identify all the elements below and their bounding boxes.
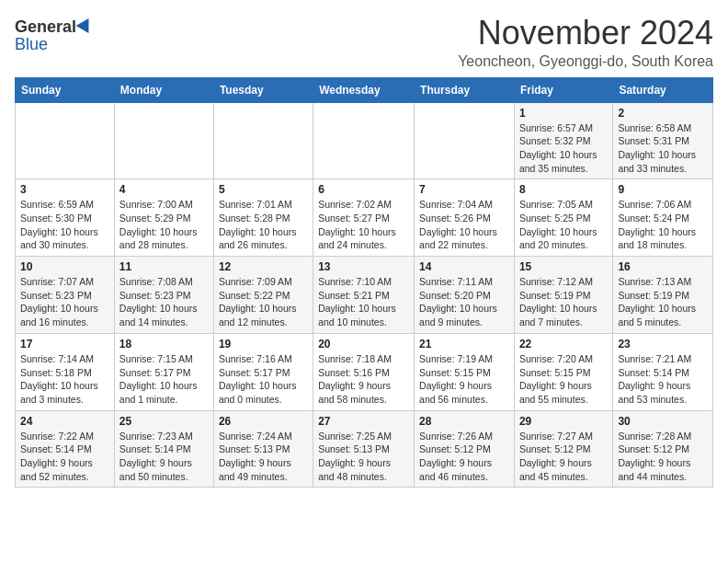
day-number: 13 xyxy=(318,260,409,273)
day-info: Sunrise: 7:06 AMSunset: 5:24 PMDaylight:… xyxy=(618,198,708,252)
calendar-cell: 11Sunrise: 7:08 AMSunset: 5:23 PMDayligh… xyxy=(114,257,213,334)
day-info: Sunrise: 7:28 AMSunset: 5:12 PMDaylight:… xyxy=(618,430,708,484)
calendar-cell: 30Sunrise: 7:28 AMSunset: 5:12 PMDayligh… xyxy=(613,410,713,488)
calendar-cell: 24Sunrise: 7:22 AMSunset: 5:14 PMDayligh… xyxy=(16,410,115,488)
calendar-cell: 16Sunrise: 7:13 AMSunset: 5:19 PMDayligh… xyxy=(613,257,713,334)
calendar-cell: 27Sunrise: 7:25 AMSunset: 5:13 PMDayligh… xyxy=(313,410,415,488)
day-info: Sunrise: 7:21 AMSunset: 5:14 PMDaylight:… xyxy=(618,352,708,407)
weekday-header: Thursday xyxy=(415,77,515,102)
weekday-header: Tuesday xyxy=(213,77,313,102)
day-info: Sunrise: 6:58 AMSunset: 5:31 PMDaylight:… xyxy=(618,121,708,176)
day-number: 11 xyxy=(119,260,209,273)
day-info: Sunrise: 7:10 AMSunset: 5:21 PMDaylight:… xyxy=(318,275,409,329)
day-number: 6 xyxy=(318,183,409,196)
day-number: 29 xyxy=(519,415,608,428)
calendar-cell xyxy=(114,102,213,179)
calendar-week-row: 3Sunrise: 6:59 AMSunset: 5:30 PMDaylight… xyxy=(16,179,713,257)
calendar-cell xyxy=(415,102,515,179)
weekday-header: Wednesday xyxy=(313,77,415,102)
day-number: 17 xyxy=(20,338,109,350)
day-number: 4 xyxy=(119,183,209,196)
day-number: 22 xyxy=(519,338,608,350)
calendar-cell: 12Sunrise: 7:09 AMSunset: 5:22 PMDayligh… xyxy=(213,257,313,334)
day-number: 26 xyxy=(219,415,308,428)
logo-triangle-icon xyxy=(76,15,96,33)
day-number: 3 xyxy=(20,183,109,196)
calendar-cell: 23Sunrise: 7:21 AMSunset: 5:14 PMDayligh… xyxy=(613,333,713,410)
weekday-header: Monday xyxy=(114,77,213,102)
day-number: 14 xyxy=(419,260,509,273)
day-info: Sunrise: 7:05 AMSunset: 5:25 PMDaylight:… xyxy=(519,198,608,252)
page-header: General Blue November 2024 Yeoncheon, Gy… xyxy=(15,15,713,70)
day-info: Sunrise: 7:20 AMSunset: 5:15 PMDaylight:… xyxy=(519,352,608,407)
day-number: 21 xyxy=(419,338,509,350)
day-info: Sunrise: 7:16 AMSunset: 5:17 PMDaylight:… xyxy=(219,352,308,407)
day-number: 16 xyxy=(618,260,708,273)
day-info: Sunrise: 7:18 AMSunset: 5:16 PMDaylight:… xyxy=(318,352,409,407)
calendar-cell: 19Sunrise: 7:16 AMSunset: 5:17 PMDayligh… xyxy=(213,333,313,410)
title-block: November 2024 Yeoncheon, Gyeonggi-do, So… xyxy=(458,15,713,70)
calendar-body: 1Sunrise: 6:57 AMSunset: 5:32 PMDaylight… xyxy=(16,102,713,488)
day-info: Sunrise: 7:19 AMSunset: 5:15 PMDaylight:… xyxy=(419,352,509,407)
calendar-week-row: 24Sunrise: 7:22 AMSunset: 5:14 PMDayligh… xyxy=(16,410,713,488)
day-number: 10 xyxy=(20,260,109,273)
calendar-cell: 2Sunrise: 6:58 AMSunset: 5:31 PMDaylight… xyxy=(613,102,713,179)
calendar-cell xyxy=(213,102,313,179)
day-info: Sunrise: 7:25 AMSunset: 5:13 PMDaylight:… xyxy=(318,430,409,484)
day-info: Sunrise: 7:27 AMSunset: 5:12 PMDaylight:… xyxy=(519,430,608,484)
calendar-week-row: 17Sunrise: 7:14 AMSunset: 5:18 PMDayligh… xyxy=(16,333,713,410)
day-info: Sunrise: 7:12 AMSunset: 5:19 PMDaylight:… xyxy=(519,275,608,329)
day-number: 20 xyxy=(318,338,409,350)
calendar-cell: 17Sunrise: 7:14 AMSunset: 5:18 PMDayligh… xyxy=(16,333,115,410)
logo-general-text: General xyxy=(15,18,76,35)
day-number: 30 xyxy=(618,415,708,428)
day-number: 23 xyxy=(618,338,708,350)
day-number: 1 xyxy=(519,107,608,120)
location-title: Yeoncheon, Gyeonggi-do, South Korea xyxy=(458,53,713,70)
calendar-cell: 25Sunrise: 7:23 AMSunset: 5:14 PMDayligh… xyxy=(114,410,213,488)
day-info: Sunrise: 7:04 AMSunset: 5:26 PMDaylight:… xyxy=(419,198,509,252)
day-number: 24 xyxy=(20,415,109,428)
day-info: Sunrise: 7:24 AMSunset: 5:13 PMDaylight:… xyxy=(219,430,308,484)
day-number: 5 xyxy=(219,183,308,196)
day-info: Sunrise: 6:57 AMSunset: 5:32 PMDaylight:… xyxy=(519,121,608,176)
weekday-header: Saturday xyxy=(613,77,713,102)
calendar-cell xyxy=(16,102,115,179)
day-info: Sunrise: 7:13 AMSunset: 5:19 PMDaylight:… xyxy=(618,275,708,329)
calendar-header-row: SundayMondayTuesdayWednesdayThursdayFrid… xyxy=(16,77,713,102)
logo-blue-text: Blue xyxy=(15,35,48,53)
day-number: 28 xyxy=(419,415,509,428)
calendar-cell xyxy=(313,102,415,179)
calendar-cell: 15Sunrise: 7:12 AMSunset: 5:19 PMDayligh… xyxy=(514,257,612,334)
day-number: 15 xyxy=(519,260,608,273)
calendar-cell: 21Sunrise: 7:19 AMSunset: 5:15 PMDayligh… xyxy=(415,333,515,410)
calendar-cell: 14Sunrise: 7:11 AMSunset: 5:20 PMDayligh… xyxy=(415,257,515,334)
calendar-cell: 28Sunrise: 7:26 AMSunset: 5:12 PMDayligh… xyxy=(415,410,515,488)
calendar-table: SundayMondayTuesdayWednesdayThursdayFrid… xyxy=(15,77,713,488)
day-number: 12 xyxy=(219,260,308,273)
calendar-cell: 10Sunrise: 7:07 AMSunset: 5:23 PMDayligh… xyxy=(16,257,115,334)
day-number: 18 xyxy=(119,338,209,350)
weekday-header: Sunday xyxy=(16,77,115,102)
day-info: Sunrise: 7:14 AMSunset: 5:18 PMDaylight:… xyxy=(20,352,109,407)
calendar-cell: 1Sunrise: 6:57 AMSunset: 5:32 PMDaylight… xyxy=(514,102,612,179)
calendar-cell: 18Sunrise: 7:15 AMSunset: 5:17 PMDayligh… xyxy=(114,333,213,410)
day-info: Sunrise: 7:26 AMSunset: 5:12 PMDaylight:… xyxy=(419,430,509,484)
weekday-header: Friday xyxy=(514,77,612,102)
calendar-cell: 22Sunrise: 7:20 AMSunset: 5:15 PMDayligh… xyxy=(514,333,612,410)
calendar-cell: 8Sunrise: 7:05 AMSunset: 5:25 PMDaylight… xyxy=(514,179,612,257)
calendar-cell: 5Sunrise: 7:01 AMSunset: 5:28 PMDaylight… xyxy=(213,179,313,257)
calendar-week-row: 10Sunrise: 7:07 AMSunset: 5:23 PMDayligh… xyxy=(16,257,713,334)
day-info: Sunrise: 7:02 AMSunset: 5:27 PMDaylight:… xyxy=(318,198,409,252)
day-number: 19 xyxy=(219,338,308,350)
calendar-cell: 6Sunrise: 7:02 AMSunset: 5:27 PMDaylight… xyxy=(313,179,415,257)
calendar-cell: 13Sunrise: 7:10 AMSunset: 5:21 PMDayligh… xyxy=(313,257,415,334)
day-info: Sunrise: 7:11 AMSunset: 5:20 PMDaylight:… xyxy=(419,275,509,329)
calendar-cell: 7Sunrise: 7:04 AMSunset: 5:26 PMDaylight… xyxy=(415,179,515,257)
logo: General Blue xyxy=(15,18,93,54)
day-info: Sunrise: 7:00 AMSunset: 5:29 PMDaylight:… xyxy=(119,198,209,252)
day-number: 25 xyxy=(119,415,209,428)
day-number: 7 xyxy=(419,183,509,196)
calendar-cell: 4Sunrise: 7:00 AMSunset: 5:29 PMDaylight… xyxy=(114,179,213,257)
calendar-cell: 29Sunrise: 7:27 AMSunset: 5:12 PMDayligh… xyxy=(514,410,612,488)
